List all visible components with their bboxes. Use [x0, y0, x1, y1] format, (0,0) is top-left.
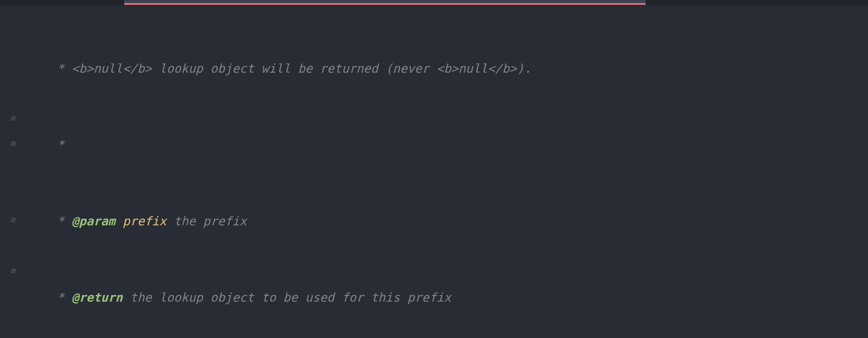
javadoc-text: * [50, 138, 64, 152]
fold-marker-icon[interactable]: ⊟ [8, 114, 17, 122]
code-line[interactable]: * @return the lookup object to be used f… [24, 285, 868, 310]
fold-marker-icon[interactable]: ⊟ [8, 216, 17, 224]
code-line[interactable]: * @param prefix the prefix [24, 208, 868, 234]
gutter: ⊟ ⊟ ⊟ ⊟ [0, 5, 24, 338]
code-line[interactable]: * <b>null</b> lookup object will be retu… [24, 56, 868, 81]
active-tab-indicator[interactable] [124, 0, 646, 5]
javadoc-text: * @return the lookup object to be used f… [50, 290, 451, 305]
editor-area[interactable]: ⊟ ⊟ ⊟ ⊟ * <b>null</b> lookup object will… [0, 5, 868, 338]
tab-bar [0, 0, 868, 5]
fold-marker-icon[interactable]: ⊟ [8, 139, 17, 148]
javadoc-text: * <b>null</b> lookup object will be retu… [50, 61, 532, 76]
code-line[interactable]: * [24, 132, 868, 157]
fold-marker-icon[interactable]: ⊟ [8, 267, 17, 275]
code-area[interactable]: * <b>null</b> lookup object will be retu… [24, 5, 868, 338]
javadoc-text: * @param prefix the prefix [50, 214, 247, 228]
